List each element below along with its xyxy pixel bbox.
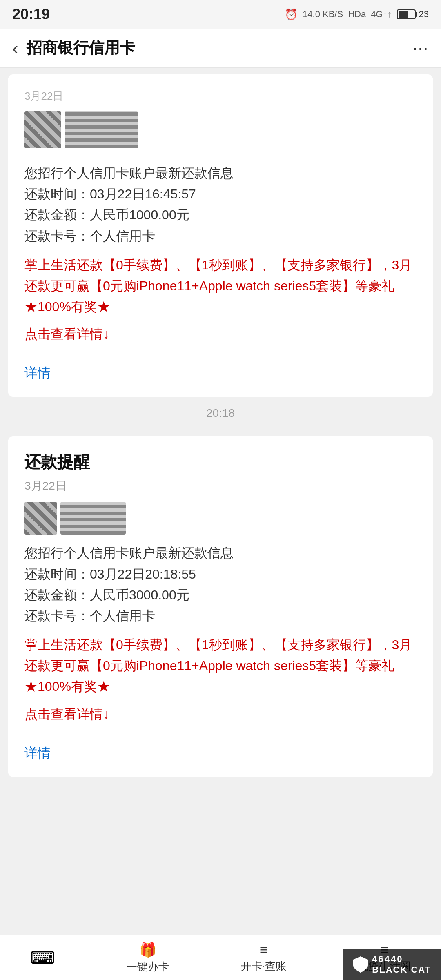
bottom-nav-open-account[interactable]: ≡ 开卡·查账 bbox=[233, 938, 294, 978]
status-time: 20:19 bbox=[12, 6, 50, 23]
avatar-row-1 bbox=[24, 111, 416, 155]
gift-icon: 🎁 bbox=[139, 942, 156, 958]
hd-indicator: HDa bbox=[348, 9, 366, 20]
more-button[interactable]: ··· bbox=[413, 39, 429, 57]
avatar-mosaic-1 bbox=[24, 111, 61, 148]
network-speed: 14.0 KB/S bbox=[303, 9, 343, 20]
open-account-label: 开卡·查账 bbox=[241, 959, 286, 973]
avatar-mosaic-4 bbox=[60, 502, 126, 535]
details-section-2[interactable]: 详情 bbox=[24, 736, 416, 762]
reminder-date: 3月22日 bbox=[24, 478, 416, 494]
black-cat-logo: 46440 BLACK CAT bbox=[352, 954, 431, 975]
divider-2 bbox=[205, 948, 205, 968]
message-card-2: 还款提醒 3月22日 您招行个人信用卡账户最新还款信息 还款时间：03月22日2… bbox=[8, 436, 433, 777]
msg1-line3: 还款金额：人民币1000.00元 bbox=[24, 205, 416, 225]
message-card-1: 3月22日 您招行个人信用卡账户最新还款信息 还款时间：03月22日16:45:… bbox=[8, 74, 433, 397]
card-timestamp-1: 3月22日 bbox=[24, 89, 416, 103]
msg1-line2: 还款时间：03月22日16:45:57 bbox=[24, 184, 416, 205]
divider-1 bbox=[91, 948, 91, 968]
msg1-line1: 您招行个人信用卡账户最新还款信息 bbox=[24, 163, 416, 184]
message-body-1: 您招行个人信用卡账户最新还款信息 还款时间：03月22日16:45:57 还款金… bbox=[24, 163, 416, 247]
avatar-mosaic-2 bbox=[65, 111, 138, 148]
promo-text-1: 掌上生活还款【0手续费】、【1秒到账】、【支持多家银行】，3月还款更可赢【0元购… bbox=[24, 255, 416, 318]
status-icons: ⏰ 14.0 KB/S HDa 4G↑↑ 23 bbox=[285, 8, 429, 21]
keyboard-icon: ⌨ bbox=[30, 948, 55, 968]
apply-card-label: 一键办卡 bbox=[127, 960, 169, 974]
watermark-brand: BLACK CAT bbox=[372, 964, 431, 975]
avatar-row-2 bbox=[24, 502, 416, 535]
avatar-mosaic-3 bbox=[24, 502, 57, 535]
status-bar: 20:19 ⏰ 14.0 KB/S HDa 4G↑↑ 23 bbox=[0, 0, 441, 29]
divider-3 bbox=[322, 948, 322, 968]
black-cat-watermark: 46440 BLACK CAT bbox=[343, 949, 441, 980]
signal-4g1: 4G↑↑ bbox=[371, 9, 392, 20]
bottom-nav-apply-card[interactable]: 🎁 一键办卡 bbox=[118, 938, 177, 978]
details-section-1[interactable]: 详情 bbox=[24, 356, 416, 382]
menu-icon-1: ≡ bbox=[260, 942, 267, 958]
battery-indicator: 23 bbox=[397, 9, 429, 20]
battery-level: 23 bbox=[419, 9, 429, 20]
back-button[interactable]: ‹ bbox=[12, 39, 18, 57]
nav-bar: ‹ 招商银行信用卡 ··· bbox=[0, 29, 441, 68]
bottom-nav-keyboard[interactable]: ⌨ bbox=[22, 944, 63, 972]
shield-icon bbox=[352, 956, 369, 973]
msg2-line1: 您招行个人信用卡账户最新还款信息 bbox=[24, 543, 416, 564]
content-area: 3月22日 您招行个人信用卡账户最新还款信息 还款时间：03月22日16:45:… bbox=[0, 68, 441, 837]
reminder-title: 还款提醒 bbox=[24, 451, 416, 473]
date-separator: 20:18 bbox=[0, 397, 441, 430]
msg2-line3: 还款金额：人民币3000.00元 bbox=[24, 585, 416, 606]
message-body-2: 您招行个人信用卡账户最新还款信息 还款时间：03月22日20:18:55 还款金… bbox=[24, 543, 416, 626]
msg1-line4: 还款卡号：个人信用卡 bbox=[24, 226, 416, 247]
promo-text-2: 掌上生活还款【0手续费】、【1秒到账】、【支持多家银行】，3月还款更可赢【0元购… bbox=[24, 635, 416, 697]
nav-title: 招商银行信用卡 bbox=[27, 38, 413, 58]
detail-link-2[interactable]: 点击查看详情↓ bbox=[24, 706, 416, 724]
msg2-line4: 还款卡号：个人信用卡 bbox=[24, 606, 416, 626]
detail-link-1[interactable]: 点击查看详情↓ bbox=[24, 325, 416, 343]
alarm-icon: ⏰ bbox=[285, 8, 298, 21]
msg2-line2: 还款时间：03月22日20:18:55 bbox=[24, 564, 416, 585]
watermark-number: 46440 bbox=[372, 954, 431, 964]
